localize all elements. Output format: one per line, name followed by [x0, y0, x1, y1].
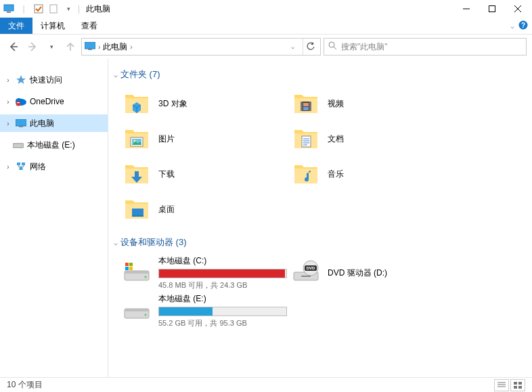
star-icon	[15, 74, 27, 86]
folder-pictures-icon	[122, 124, 152, 154]
svg-rect-14	[88, 49, 92, 50]
chevron-right-icon[interactable]: ›	[4, 163, 12, 171]
nav-up-button[interactable]	[62, 39, 79, 55]
group-header-drives[interactable]: ⌵ 设备和驱动器 (3)	[112, 234, 532, 251]
svg-point-45	[145, 276, 147, 278]
qat-doc-icon[interactable]	[47, 3, 60, 15]
chevron-down-icon[interactable]: ⌵	[114, 71, 118, 79]
drive-name: 本地磁盘 (E:)	[158, 293, 291, 305]
svg-rect-31	[303, 103, 309, 106]
nav-history-dropdown[interactable]: ▾	[43, 39, 60, 55]
svg-rect-63	[518, 382, 522, 385]
qat-dropdown-icon[interactable]: ▾	[62, 3, 74, 15]
qat-checkbox-icon[interactable]	[32, 3, 45, 15]
minimize-button[interactable]	[453, 0, 479, 18]
navigation-pane: › 快速访问 › OneDrive › 此电脑 本地磁	[0, 59, 108, 377]
tab-view[interactable]: 查看	[73, 18, 106, 34]
search-box[interactable]: 搜索"此电脑"	[324, 38, 527, 56]
drive-e-icon	[122, 296, 152, 326]
tab-file[interactable]: 文件	[0, 18, 32, 34]
folder-documents[interactable]: 文档	[291, 121, 460, 156]
svg-rect-44	[125, 271, 149, 274]
svg-rect-2	[35, 5, 43, 13]
view-icons-button[interactable]	[510, 379, 525, 391]
svg-rect-47	[129, 263, 133, 266]
drive-dvd[interactable]: DVD DVD 驱动器 (D:)	[291, 254, 460, 292]
svg-rect-42	[132, 215, 143, 217]
drive-bar	[158, 307, 287, 316]
folder-videos-icon	[291, 89, 321, 118]
search-icon	[328, 41, 337, 52]
svg-rect-57	[125, 309, 149, 311]
help-icon[interactable]: ?	[518, 20, 528, 32]
folder-videos[interactable]: 视频	[291, 86, 460, 121]
folder-3d-icon	[122, 89, 152, 118]
address-dropdown-icon[interactable]: ⌵	[285, 43, 300, 50]
folder-label: 音乐	[328, 169, 344, 180]
folder-label: 下载	[158, 169, 175, 180]
chevron-right-icon[interactable]: ›	[4, 77, 12, 84]
svg-rect-1	[7, 12, 11, 13]
svg-point-58	[145, 314, 147, 316]
close-button[interactable]	[505, 0, 531, 18]
drive-e[interactable]: 本地磁盘 (E:) 55.2 GB 可用，共 95.3 GB	[122, 292, 291, 330]
address-toolbar: ▾ › 此电脑 › ⌵ 搜索"此电脑"	[0, 35, 532, 59]
svg-rect-20	[17, 102, 20, 103]
view-details-button[interactable]	[494, 379, 509, 391]
drive-bar	[158, 269, 287, 278]
main-area: › 快速访问 › OneDrive › 此电脑 本地磁	[0, 59, 532, 377]
group-header-folders[interactable]: ⌵ 文件夹 (7)	[112, 66, 532, 83]
svg-rect-3	[50, 5, 57, 13]
chevron-right-icon[interactable]: ›	[4, 120, 12, 127]
folder-music[interactable]: 音乐	[291, 156, 460, 192]
drive-icon	[12, 139, 24, 151]
tab-computer[interactable]: 计算机	[32, 18, 73, 34]
chevron-right-icon[interactable]: ›	[98, 43, 100, 51]
nav-forward-button[interactable]	[24, 39, 41, 55]
drive-fill	[159, 269, 285, 278]
maximize-button[interactable]	[479, 0, 505, 18]
svg-rect-27	[20, 167, 23, 170]
location-pc-icon	[85, 42, 95, 52]
nav-back-button[interactable]	[5, 39, 22, 55]
refresh-button[interactable]	[303, 39, 317, 55]
svg-rect-62	[514, 382, 517, 385]
chevron-down-icon[interactable]: ⌵	[114, 239, 118, 246]
sidebar-item-onedrive[interactable]: › OneDrive	[0, 93, 108, 110]
sidebar-item-quick-access[interactable]: › 快速访问	[0, 71, 108, 89]
svg-rect-46	[125, 263, 129, 266]
status-item-count: 10 个项目	[7, 379, 43, 391]
pc-icon	[15, 117, 27, 129]
titlebar: | ▾ | 此电脑	[0, 0, 532, 18]
window-title: 此电脑	[86, 3, 110, 15]
ribbon-expand-icon[interactable]: ⌵	[510, 22, 514, 30]
svg-rect-48	[125, 267, 129, 270]
group-label: 文件夹 (7)	[120, 68, 160, 81]
svg-rect-5	[489, 6, 495, 12]
chevron-right-icon[interactable]: ›	[4, 98, 12, 106]
sidebar-item-label: 快速访问	[30, 74, 62, 86]
network-icon	[15, 160, 27, 173]
sidebar-item-label: 本地磁盘 (E:)	[27, 139, 75, 151]
folder-3d-objects[interactable]: 3D 对象	[122, 86, 291, 121]
folder-pictures[interactable]: 图片	[122, 121, 291, 156]
drive-c[interactable]: 本地磁盘 (C:) 45.8 MB 可用，共 24.3 GB	[122, 254, 291, 292]
folder-desktop[interactable]: 桌面	[122, 192, 291, 227]
sidebar-item-this-pc[interactable]: › 此电脑	[0, 114, 108, 132]
sidebar-item-local-disk-e[interactable]: 本地磁盘 (E:)	[0, 136, 108, 154]
app-icon	[3, 3, 15, 15]
drive-name: DVD 驱动器 (D:)	[328, 267, 460, 279]
sidebar-item-label: 网络	[30, 161, 46, 173]
svg-rect-21	[16, 119, 26, 126]
qat-separator: |	[18, 3, 30, 15]
breadcrumb-this-pc[interactable]: 此电脑	[103, 41, 127, 53]
folder-label: 图片	[158, 133, 175, 145]
folder-downloads[interactable]: 下载	[122, 156, 291, 192]
folder-label: 桌面	[158, 204, 175, 215]
drive-fill	[159, 307, 213, 315]
address-bar[interactable]: › 此电脑 › ⌵	[81, 38, 321, 56]
sidebar-item-network[interactable]: › 网络	[0, 158, 108, 175]
drive-stat: 45.8 MB 可用，共 24.3 GB	[158, 280, 291, 290]
search-placeholder: 搜索"此电脑"	[341, 41, 388, 53]
chevron-right-icon[interactable]: ›	[130, 43, 132, 51]
